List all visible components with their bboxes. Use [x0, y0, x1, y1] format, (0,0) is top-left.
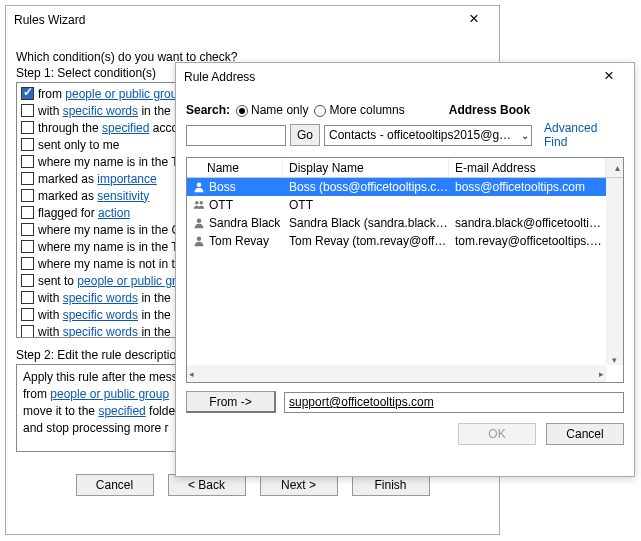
condition-link[interactable]: people or public grou: [65, 87, 177, 101]
contact-email: boss@officetooltips.com: [449, 180, 606, 194]
checkbox[interactable]: [21, 155, 34, 168]
search-label: Search:: [186, 103, 230, 117]
address-book-label: Address Book: [449, 103, 530, 117]
condition-text: with specific words in the: [38, 104, 171, 118]
contact-row[interactable]: Sandra BlackSandra Black (sandra.black@o…: [187, 214, 623, 232]
checkbox[interactable]: [21, 223, 34, 236]
cancel-button[interactable]: Cancel: [546, 423, 624, 445]
contact-display: OTT: [283, 198, 449, 212]
condition-link[interactable]: people or public gr: [77, 274, 176, 288]
condition-text: with specific words in the: [38, 291, 171, 305]
specified-link[interactable]: specified: [98, 404, 145, 418]
person-icon: [193, 217, 205, 229]
grid-body[interactable]: BossBoss (boss@officetooltips.com)boss@o…: [187, 178, 623, 365]
checkbox[interactable]: [21, 87, 34, 100]
condition-text: flagged for action: [38, 206, 130, 220]
checkbox[interactable]: [21, 138, 34, 151]
svg-point-3: [197, 219, 202, 224]
contact-row[interactable]: Tom RevayTom Revay (tom.revay@officet...…: [187, 232, 623, 250]
finish-button[interactable]: Finish: [352, 474, 430, 496]
checkbox[interactable]: [21, 325, 34, 338]
condition-text: where my name is in the To: [38, 155, 184, 169]
condition-text: with specific words in the: [38, 308, 171, 322]
contact-display: Boss (boss@officetooltips.com): [283, 180, 449, 194]
address-book-select[interactable]: Contacts - officetooltips2015@gmail.com …: [324, 125, 532, 146]
condition-text: with specific words in the: [38, 325, 171, 339]
close-icon[interactable]: ×: [592, 66, 626, 88]
search-input[interactable]: [186, 125, 286, 146]
scroll-right-icon: ▸: [599, 369, 604, 379]
condition-text: where my name is in the To: [38, 240, 184, 254]
checkbox[interactable]: [21, 121, 34, 134]
from-row: From ->: [186, 391, 624, 413]
contact-display: Tom Revay (tom.revay@officet...: [283, 234, 449, 248]
scroll-left-icon: ◂: [189, 369, 194, 379]
condition-text: sent only to me: [38, 138, 119, 152]
scroll-down-icon: ▾: [612, 355, 617, 365]
next-button[interactable]: Next >: [260, 474, 338, 496]
advanced-find-link[interactable]: Advanced Find: [544, 121, 624, 149]
contact-row[interactable]: OTTOTT: [187, 196, 623, 214]
person-icon: [193, 235, 205, 247]
condition-link[interactable]: specific words: [63, 308, 138, 322]
rule-address-dialog: Rule Address × Search: Name only More co…: [175, 62, 635, 477]
close-icon[interactable]: ×: [457, 9, 491, 31]
condition-link[interactable]: specific words: [63, 325, 138, 339]
contact-name: Boss: [209, 180, 236, 194]
condition-link[interactable]: specified: [102, 121, 149, 135]
from-button[interactable]: From ->: [186, 391, 276, 413]
checkbox[interactable]: [21, 257, 34, 270]
grid-header: Name Display Name E-mail Address ▴: [187, 158, 623, 178]
rules-wizard-title: Rules Wizard: [14, 13, 85, 27]
checkbox[interactable]: [21, 274, 34, 287]
col-display[interactable]: Display Name: [283, 158, 449, 177]
back-button[interactable]: < Back: [168, 474, 246, 496]
checkbox[interactable]: [21, 291, 34, 304]
rule-address-titlebar: Rule Address ×: [176, 63, 634, 91]
radio-icon: [314, 105, 326, 117]
go-button[interactable]: Go: [290, 124, 320, 146]
condition-link[interactable]: importance: [97, 172, 156, 186]
radio-more-columns[interactable]: More columns: [314, 103, 404, 117]
rule-address-title: Rule Address: [184, 70, 255, 84]
radio-icon: [236, 105, 248, 117]
horizontal-scrollbar[interactable]: ◂▸: [187, 365, 606, 382]
checkbox[interactable]: [21, 104, 34, 117]
col-name[interactable]: Name: [187, 158, 283, 177]
cancel-button[interactable]: Cancel: [76, 474, 154, 496]
col-email[interactable]: E-mail Address: [449, 158, 606, 177]
checkbox[interactable]: [21, 240, 34, 253]
ok-button: OK: [458, 423, 536, 445]
checkbox[interactable]: [21, 206, 34, 219]
search-row: Search: Name only More columns Address B…: [186, 103, 624, 117]
radio-name-only[interactable]: Name only: [236, 103, 308, 117]
checkbox[interactable]: [21, 308, 34, 321]
wizard-buttons: Cancel < Back Next > Finish: [16, 474, 489, 496]
contact-row[interactable]: BossBoss (boss@officetooltips.com)boss@o…: [187, 178, 623, 196]
rules-wizard-titlebar: Rules Wizard ×: [6, 6, 499, 34]
vertical-scrollbar[interactable]: ▾: [606, 178, 623, 365]
condition-text: marked as sensitivity: [38, 189, 149, 203]
address-book-selected: Contacts - officetooltips2015@gmail.com: [329, 128, 521, 142]
checkbox[interactable]: [21, 172, 34, 185]
group-icon: [193, 199, 205, 211]
chevron-down-icon: ⌄: [521, 130, 529, 141]
condition-text: through the specified acco: [38, 121, 178, 135]
condition-link[interactable]: action: [98, 206, 130, 220]
condition-link[interactable]: specific words: [63, 104, 138, 118]
from-input[interactable]: [284, 392, 624, 413]
people-link[interactable]: people or public group: [50, 387, 169, 401]
condition-text: marked as importance: [38, 172, 157, 186]
checkbox[interactable]: [21, 189, 34, 202]
condition-link[interactable]: sensitivity: [97, 189, 149, 203]
contact-email: tom.revay@officetooltips.com: [449, 234, 606, 248]
condition-text: where my name is not in th: [38, 257, 181, 271]
contact-name: Sandra Black: [209, 216, 280, 230]
condition-text: from people or public grou: [38, 87, 177, 101]
contact-name: Tom Revay: [209, 234, 269, 248]
svg-point-0: [197, 183, 202, 188]
svg-point-1: [195, 201, 198, 204]
condition-link[interactable]: specific words: [63, 291, 138, 305]
contact-name: OTT: [209, 198, 233, 212]
scroll-up-icon[interactable]: ▴: [606, 158, 623, 177]
